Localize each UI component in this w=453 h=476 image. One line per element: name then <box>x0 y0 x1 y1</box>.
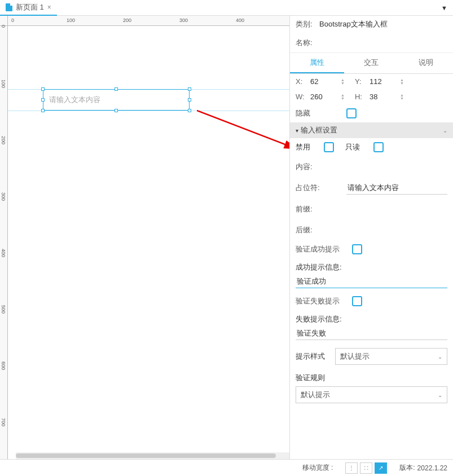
top-tab-bar: 新页面 1 × ▼ <box>0 0 453 16</box>
size-row: W:260 ▲▼ H:38 ▲▼ <box>290 89 453 104</box>
hidden-row: 隐藏 <box>290 104 453 122</box>
vertical-ruler[interactable]: 0 100 200 300 400 500 600 700 <box>0 26 8 459</box>
content-input[interactable] <box>346 160 447 173</box>
x-value[interactable]: 62 <box>310 77 338 86</box>
success-tip-row: 验证成功提示 <box>290 240 453 258</box>
chevron-down-icon: ⌄ <box>443 127 447 134</box>
horizontal-scrollbar[interactable] <box>16 452 289 459</box>
content-row: 内容: <box>290 156 453 177</box>
success-msg-input[interactable] <box>296 275 447 288</box>
category-row: 类别: Bootstrap文本输入框 <box>290 16 453 33</box>
fail-tip-checkbox[interactable] <box>352 296 362 306</box>
tab-interaction[interactable]: 交互 <box>344 53 398 73</box>
name-input[interactable] <box>319 36 447 49</box>
properties-panel: 类别: Bootstrap文本输入框 名称: 属性 交互 说明 X:62 ▲▼ … <box>290 16 453 459</box>
hidden-checkbox[interactable] <box>346 108 357 118</box>
tab-attributes[interactable]: 属性 <box>290 53 344 73</box>
prefix-row: 前缀: <box>290 199 453 219</box>
collapse-arrow-icon: ▾ <box>296 127 298 134</box>
category-value: Bootstrap文本输入框 <box>319 19 388 29</box>
annotation-arrow <box>197 109 290 166</box>
prefix-input[interactable] <box>346 202 447 215</box>
name-row: 名称: <box>290 33 453 53</box>
success-msg-row: 成功提示信息: <box>290 258 453 292</box>
tab-dropdown-icon[interactable]: ▼ <box>441 5 447 11</box>
design-canvas[interactable]: 请输入文本内容 <box>8 26 289 459</box>
w-stepper[interactable]: ▲▼ <box>341 94 345 100</box>
x-stepper[interactable]: ▲▼ <box>341 78 345 85</box>
mobile-width-label: 移动宽度 : <box>302 463 333 473</box>
position-x-row: X:62 ▲▼ Y:112 ▲▼ <box>290 74 453 89</box>
file-icon <box>6 3 12 11</box>
chevron-down-icon: ⌄ <box>438 354 442 360</box>
w-value[interactable]: 260 <box>310 92 338 101</box>
success-tip-checkbox[interactable] <box>352 244 362 254</box>
widget-placeholder: 请输入文本内容 <box>49 95 100 105</box>
tab-description[interactable]: 说明 <box>399 53 453 73</box>
resize-handle[interactable] <box>115 109 118 112</box>
resize-handle[interactable] <box>41 98 45 102</box>
tab-close-icon[interactable]: × <box>47 3 51 11</box>
guide-line <box>8 111 289 111</box>
h-stepper[interactable]: ▲▼ <box>400 94 404 100</box>
validation-rule-row: 验证规则 默认提示⌄ <box>290 369 453 407</box>
prop-tabs: 属性 交互 说明 <box>290 53 453 74</box>
tip-style-select[interactable]: 默认提示⌄ <box>335 348 447 365</box>
tab-title: 新页面 1 <box>16 2 44 12</box>
svg-line-0 <box>197 111 290 149</box>
h-value[interactable]: 38 <box>370 92 398 101</box>
resize-handle[interactable] <box>41 109 45 112</box>
resize-handle[interactable] <box>188 109 191 112</box>
status-bar: 移动宽度 : ⋮ ⸬ ↗ 版本: 2022.1.22 <box>0 459 453 476</box>
fail-msg-row: 失败提示信息: <box>290 310 453 344</box>
statusbar-tool-1[interactable]: ⋮ <box>345 462 358 474</box>
version-label: 版本: <box>399 463 415 473</box>
suffix-input[interactable] <box>346 223 447 236</box>
text-input-widget[interactable]: 请输入文本内容 <box>43 89 190 111</box>
tip-style-row: 提示样式 默认提示⌄ <box>290 344 453 369</box>
resize-handle[interactable] <box>188 98 191 102</box>
horizontal-ruler[interactable]: 0 100 200 300 400 <box>8 16 289 26</box>
readonly-checkbox[interactable] <box>373 142 384 152</box>
y-stepper[interactable]: ▲▼ <box>400 78 404 85</box>
page-tab[interactable]: 新页面 1 × <box>0 0 57 16</box>
version-value: 2022.1.22 <box>417 464 447 472</box>
chevron-down-icon: ⌄ <box>438 392 442 398</box>
fail-msg-input[interactable] <box>296 327 447 340</box>
disable-readonly-row: 禁用 只读 <box>290 138 453 156</box>
placeholder-input[interactable] <box>346 181 447 195</box>
placeholder-row: 占位符: <box>290 177 453 199</box>
suffix-row: 后缀: <box>290 219 453 240</box>
resize-handle[interactable] <box>115 87 118 91</box>
disable-checkbox[interactable] <box>324 142 334 152</box>
resize-handle[interactable] <box>41 87 45 91</box>
statusbar-tool-2[interactable]: ⸬ <box>360 462 372 474</box>
fail-tip-row: 验证失败提示 <box>290 292 453 310</box>
inputbox-settings-header[interactable]: ▾ 输入框设置 ⌄ <box>290 122 453 138</box>
canvas-zone: 0 100 200 300 400 0 100 200 300 400 500 … <box>0 16 290 459</box>
statusbar-tool-3[interactable]: ↗ <box>375 462 387 474</box>
y-value[interactable]: 112 <box>370 77 398 86</box>
validation-rule-select[interactable]: 默认提示⌄ <box>296 386 447 403</box>
resize-handle[interactable] <box>188 87 191 91</box>
